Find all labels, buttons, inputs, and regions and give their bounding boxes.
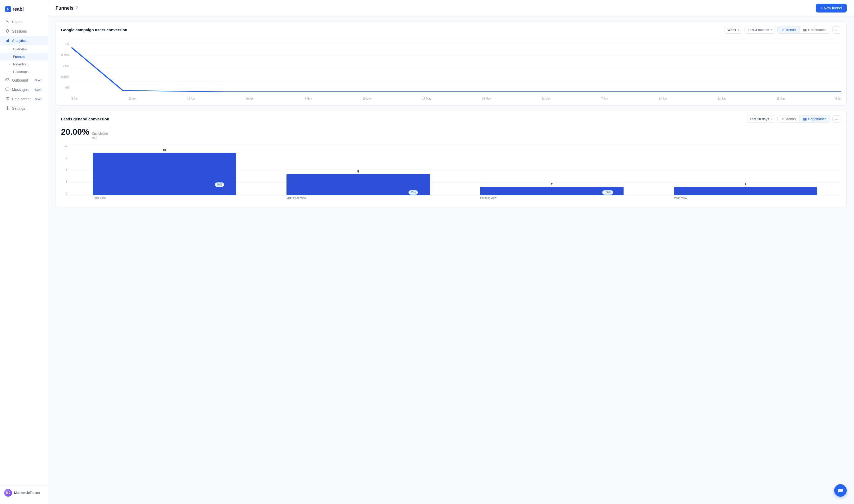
leads-conversion-card: Leads general conversion Last 30 days ▾ …: [55, 111, 847, 207]
page-header: Funnels 2 + New funnel: [48, 0, 854, 16]
arrow-icon: →: [8, 70, 11, 73]
x-axis-labels: 5 Apr12 Apr19 Apr26 Apr3 May10 May17 May…: [61, 95, 841, 100]
conversion-badge: 100%: [602, 190, 613, 195]
svg-rect-5: [6, 88, 9, 90]
logo-icon: [5, 6, 11, 12]
funnel-count: 2: [76, 6, 78, 11]
bar-label: Portfolio view: [480, 195, 496, 199]
svg-rect-1: [6, 40, 6, 42]
logo: reabl: [0, 4, 48, 17]
bar: Page View: [93, 153, 236, 195]
bar-value-label: 10: [163, 148, 166, 152]
completion-rate-value: 20.00%: [61, 127, 89, 137]
leads-period-dropdown[interactable]: Last 30 days ▾: [747, 115, 776, 123]
x-axis-label: 7 Jun: [601, 97, 608, 100]
bar-label: Page View: [93, 195, 106, 199]
google-campaign-controls: Week ▾ Last 3 months ▾ ↗ Trends ▮▮: [724, 26, 841, 34]
bar-value-label: 2: [745, 183, 746, 186]
sidebar-item-settings[interactable]: Settings: [0, 104, 48, 113]
sidebar-item-retention[interactable]: → Retention: [0, 60, 48, 68]
sidebar-item-funnels[interactable]: → Funnels: [0, 53, 48, 60]
messages-icon: [5, 87, 10, 92]
sidebar-item-heatmaps[interactable]: → Heatmaps: [0, 68, 48, 76]
sidebar-item-analytics[interactable]: Analytics: [0, 36, 48, 46]
tab-performance[interactable]: ▮▮ Perfomance: [799, 26, 830, 33]
help-icon: [5, 97, 10, 101]
sidebar-item-help-center[interactable]: Help center Soon: [0, 94, 48, 104]
bar-icon: ▮▮: [803, 117, 807, 121]
bar-group: 2100%Page View: [650, 144, 841, 195]
trends-chart-icon: ↗: [781, 28, 784, 32]
analytics-sub-menu: → Overview → Funnels → Retention → Heatm…: [0, 46, 48, 76]
more-options-button[interactable]: ···: [832, 26, 841, 34]
arrow-icon: →: [8, 55, 11, 58]
tab-trends[interactable]: ↗ Trends: [778, 26, 799, 33]
svg-rect-4: [6, 79, 9, 81]
conversion-badge: 40%: [409, 190, 418, 195]
conversion-badge: 50%: [215, 182, 224, 187]
leads-title: Leads general conversion: [61, 117, 109, 121]
x-axis-label: 3 May: [304, 97, 312, 100]
chat-fab-button[interactable]: [834, 484, 847, 497]
user-section: MJ Mathew Jefferson: [0, 486, 48, 500]
outbound-icon: [5, 78, 10, 83]
avatar: MJ: [4, 489, 12, 497]
leads-tab-trends[interactable]: ↗ Trends: [778, 115, 799, 123]
bar-value-label: 5: [357, 170, 359, 173]
arrow-icon: →: [8, 63, 11, 66]
sidebar-item-sessions[interactable]: Sessions: [0, 26, 48, 36]
leads-header: Leads general conversion Last 30 days ▾ …: [56, 111, 847, 127]
x-axis-label: 31 May: [542, 97, 551, 100]
leads-controls: Last 30 days ▾ ↗ Trends ▮▮ Perfomance: [747, 115, 841, 123]
leads-more-button[interactable]: ···: [832, 115, 841, 123]
new-funnel-button[interactable]: + New funnel: [816, 4, 847, 13]
google-chart-area: 1% 0.75% 0.5% 0.25% 0%: [56, 38, 847, 105]
bar-label: Main Page view: [286, 195, 306, 199]
outbound-badge: Soon: [34, 79, 43, 82]
x-axis-label: 24 May: [482, 97, 491, 100]
x-axis-label: 12 Apr: [128, 97, 136, 100]
google-campaign-title: Google campaign users conversion: [61, 28, 127, 32]
sidebar: reabl Users Sessions Analytics → Overvie…: [0, 0, 48, 504]
google-campaign-header: Google campaign users conversion Week ▾ …: [56, 22, 847, 38]
svg-rect-2: [7, 40, 8, 42]
line-chart-svg: [71, 42, 841, 94]
completion-rate-label: Completionrate: [92, 132, 108, 140]
chevron-down-icon: ▾: [770, 118, 772, 121]
chevron-down-icon: ▾: [770, 29, 772, 31]
arrow-icon: →: [8, 48, 11, 51]
svg-point-0: [6, 20, 8, 22]
leads-tab-group: ↗ Trends ▮▮ Perfomance: [777, 115, 830, 123]
sidebar-item-overview[interactable]: → Overview: [0, 46, 48, 53]
page-title: Funnels 2: [55, 5, 78, 11]
google-campaign-card: Google campaign users conversion Week ▾ …: [55, 22, 847, 106]
chevron-down-icon: ▾: [738, 29, 739, 31]
sidebar-item-outbound[interactable]: Outbound Soon: [0, 76, 48, 85]
main-content: Funnels 2 + New funnel Google campaign u…: [48, 0, 854, 504]
completion-rate: 20.00% Completionrate: [61, 127, 841, 140]
sessions-icon: [5, 29, 10, 34]
user-icon: [5, 20, 10, 24]
svg-point-8: [7, 108, 8, 109]
sidebar-item-users[interactable]: Users: [0, 17, 48, 26]
x-axis-label: 17 May: [422, 97, 431, 100]
x-axis-label: 5 Jul: [836, 97, 841, 100]
bar: 100%Page View: [674, 187, 817, 195]
leads-tab-performance[interactable]: ▮▮ Perfomance: [799, 115, 830, 123]
messages-badge: Soon: [34, 88, 43, 91]
x-axis-label: 14 Jun: [659, 97, 667, 100]
settings-icon: [5, 106, 10, 111]
x-axis-label: 5 Apr: [71, 97, 78, 100]
leads-bar-chart-container: 20.00% Completionrate 12 9 6 3 0: [56, 127, 847, 206]
x-axis-label: 10 May: [362, 97, 372, 100]
sidebar-item-messages[interactable]: Messages Soon: [0, 85, 48, 94]
bar: 40%Portfolio view: [480, 187, 624, 195]
bar-group: 240%Portfolio view: [457, 144, 647, 195]
help-badge: Soon: [34, 97, 43, 101]
week-dropdown[interactable]: Week ▾: [724, 26, 743, 34]
bar-value-label: 2: [551, 183, 553, 186]
bar-label: Page View: [674, 195, 687, 199]
view-tab-group: ↗ Trends ▮▮ Perfomance: [777, 26, 830, 34]
sidebar-nav: Users Sessions Analytics → Overview → Fu…: [0, 17, 48, 113]
period-dropdown[interactable]: Last 3 months ▾: [745, 26, 776, 34]
